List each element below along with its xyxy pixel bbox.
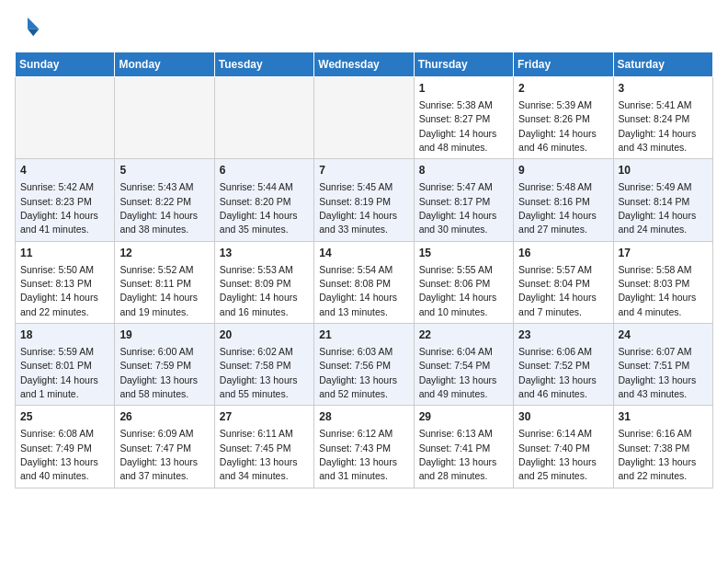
calendar-cell: 5 Sunrise: 5:43 AMSunset: 8:22 PMDayligh… [115, 159, 214, 241]
calendar-header-row: SundayMondayTuesdayWednesdayThursdayFrid… [16, 52, 713, 77]
calendar-cell: 6 Sunrise: 5:44 AMSunset: 8:20 PMDayligh… [214, 159, 313, 241]
day-info: Sunrise: 5:47 AMSunset: 8:17 PMDaylight:… [419, 181, 497, 235]
day-info: Sunrise: 6:11 AMSunset: 7:45 PMDaylight:… [220, 428, 298, 481]
day-number: 16 [518, 246, 608, 261]
calendar-header-sunday: Sunday [16, 52, 115, 77]
day-number: 20 [220, 327, 309, 343]
calendar-cell: 10 Sunrise: 5:49 AMSunset: 8:14 PMDaylig… [613, 159, 712, 241]
day-number: 28 [319, 409, 408, 425]
calendar-cell: 30 Sunrise: 6:14 AMSunset: 7:40 PMDaylig… [514, 406, 613, 488]
calendar-header-tuesday: Tuesday [214, 52, 313, 77]
calendar-cell: 17 Sunrise: 5:58 AMSunset: 8:03 PMDaylig… [613, 241, 712, 323]
calendar-cell: 16 Sunrise: 5:57 AMSunset: 8:04 PMDaylig… [514, 241, 613, 323]
calendar-header-wednesday: Wednesday [314, 52, 414, 77]
day-number: 18 [20, 327, 109, 343]
calendar-cell [115, 77, 214, 159]
day-number: 15 [419, 246, 508, 261]
day-info: Sunrise: 6:14 AMSunset: 7:40 PMDaylight:… [518, 428, 597, 481]
calendar-cell: 28 Sunrise: 6:12 AMSunset: 7:43 PMDaylig… [314, 406, 414, 488]
day-info: Sunrise: 6:03 AMSunset: 7:56 PMDaylight:… [319, 346, 397, 399]
calendar-cell: 29 Sunrise: 6:13 AMSunset: 7:41 PMDaylig… [414, 406, 513, 488]
day-number: 23 [518, 327, 608, 343]
day-number: 12 [119, 246, 209, 261]
calendar-week-5: 25 Sunrise: 6:08 AMSunset: 7:49 PMDaylig… [16, 406, 713, 488]
day-number: 21 [319, 327, 408, 343]
calendar-cell: 19 Sunrise: 6:00 AMSunset: 7:59 PMDaylig… [115, 324, 214, 406]
day-number: 9 [518, 163, 608, 178]
calendar-header-monday: Monday [115, 52, 214, 77]
day-info: Sunrise: 6:07 AMSunset: 7:51 PMDaylight:… [619, 346, 697, 399]
day-info: Sunrise: 5:55 AMSunset: 8:06 PMDaylight:… [419, 264, 497, 317]
day-number: 13 [220, 246, 309, 261]
calendar-cell [314, 77, 414, 159]
calendar-cell: 2 Sunrise: 5:39 AMSunset: 8:26 PMDayligh… [514, 77, 613, 159]
day-info: Sunrise: 6:13 AMSunset: 7:41 PMDaylight:… [419, 428, 497, 481]
day-info: Sunrise: 5:52 AMSunset: 8:11 PMDaylight:… [119, 264, 198, 317]
calendar-cell: 11 Sunrise: 5:50 AMSunset: 8:13 PMDaylig… [16, 241, 115, 323]
day-info: Sunrise: 6:02 AMSunset: 7:58 PMDaylight:… [220, 346, 298, 399]
logo [15, 15, 44, 40]
day-number: 17 [619, 246, 708, 261]
calendar-week-4: 18 Sunrise: 5:59 AMSunset: 8:01 PMDaylig… [16, 324, 713, 406]
day-number: 4 [20, 163, 109, 178]
calendar-cell: 3 Sunrise: 5:41 AMSunset: 8:24 PMDayligh… [613, 77, 712, 159]
calendar-header-saturday: Saturday [613, 52, 712, 77]
calendar-cell: 15 Sunrise: 5:55 AMSunset: 8:06 PMDaylig… [414, 241, 513, 323]
calendar-cell: 14 Sunrise: 5:54 AMSunset: 8:08 PMDaylig… [314, 241, 414, 323]
day-number: 14 [319, 246, 408, 261]
calendar-cell: 31 Sunrise: 6:16 AMSunset: 7:38 PMDaylig… [613, 406, 712, 488]
calendar-cell: 24 Sunrise: 6:07 AMSunset: 7:51 PMDaylig… [613, 324, 712, 406]
day-info: Sunrise: 5:43 AMSunset: 8:22 PMDaylight:… [119, 181, 198, 235]
day-info: Sunrise: 5:45 AMSunset: 8:19 PMDaylight:… [319, 181, 397, 235]
calendar-cell: 1 Sunrise: 5:38 AMSunset: 8:27 PMDayligh… [414, 77, 513, 159]
day-number: 7 [319, 163, 408, 178]
calendar-cell: 12 Sunrise: 5:52 AMSunset: 8:11 PMDaylig… [115, 241, 214, 323]
day-info: Sunrise: 6:16 AMSunset: 7:38 PMDaylight:… [619, 428, 697, 481]
day-number: 3 [619, 81, 708, 97]
day-info: Sunrise: 6:04 AMSunset: 7:54 PMDaylight:… [419, 346, 497, 399]
calendar-cell: 4 Sunrise: 5:42 AMSunset: 8:23 PMDayligh… [16, 159, 115, 241]
day-info: Sunrise: 5:58 AMSunset: 8:03 PMDaylight:… [619, 264, 697, 317]
logo-icon [15, 15, 40, 40]
calendar-cell: 21 Sunrise: 6:03 AMSunset: 7:56 PMDaylig… [314, 324, 414, 406]
calendar-cell: 13 Sunrise: 5:53 AMSunset: 8:09 PMDaylig… [214, 241, 313, 323]
day-number: 24 [619, 327, 708, 343]
svg-marker-1 [28, 29, 39, 37]
calendar-header-friday: Friday [514, 52, 613, 77]
day-info: Sunrise: 5:57 AMSunset: 8:04 PMDaylight:… [518, 264, 597, 317]
calendar-cell: 18 Sunrise: 5:59 AMSunset: 8:01 PMDaylig… [16, 324, 115, 406]
day-info: Sunrise: 5:53 AMSunset: 8:09 PMDaylight:… [220, 264, 298, 317]
day-number: 1 [419, 81, 508, 97]
calendar-week-1: 1 Sunrise: 5:38 AMSunset: 8:27 PMDayligh… [16, 77, 713, 159]
calendar-table: SundayMondayTuesdayWednesdayThursdayFrid… [15, 52, 713, 488]
day-number: 26 [119, 409, 209, 425]
day-number: 10 [619, 163, 708, 178]
day-number: 6 [220, 163, 309, 178]
day-info: Sunrise: 5:48 AMSunset: 8:16 PMDaylight:… [518, 181, 597, 235]
day-number: 22 [419, 327, 508, 343]
calendar-cell: 8 Sunrise: 5:47 AMSunset: 8:17 PMDayligh… [414, 159, 513, 241]
day-info: Sunrise: 6:09 AMSunset: 7:47 PMDaylight:… [119, 428, 198, 481]
day-info: Sunrise: 5:54 AMSunset: 8:08 PMDaylight:… [319, 264, 397, 317]
day-info: Sunrise: 5:59 AMSunset: 8:01 PMDaylight:… [20, 346, 98, 399]
day-number: 25 [20, 409, 109, 425]
day-number: 8 [419, 163, 508, 178]
calendar-cell: 25 Sunrise: 6:08 AMSunset: 7:49 PMDaylig… [16, 406, 115, 488]
calendar-cell: 7 Sunrise: 5:45 AMSunset: 8:19 PMDayligh… [314, 159, 414, 241]
day-number: 30 [518, 409, 608, 425]
calendar-cell [214, 77, 313, 159]
calendar-week-2: 4 Sunrise: 5:42 AMSunset: 8:23 PMDayligh… [16, 159, 713, 241]
day-number: 31 [619, 409, 708, 425]
calendar-cell: 23 Sunrise: 6:06 AMSunset: 7:52 PMDaylig… [514, 324, 613, 406]
day-info: Sunrise: 5:49 AMSunset: 8:14 PMDaylight:… [619, 181, 697, 235]
calendar-cell: 22 Sunrise: 6:04 AMSunset: 7:54 PMDaylig… [414, 324, 513, 406]
day-number: 11 [20, 246, 109, 261]
day-info: Sunrise: 5:42 AMSunset: 8:23 PMDaylight:… [20, 181, 98, 235]
day-number: 19 [119, 327, 209, 343]
day-info: Sunrise: 6:06 AMSunset: 7:52 PMDaylight:… [518, 346, 597, 399]
day-info: Sunrise: 5:44 AMSunset: 8:20 PMDaylight:… [220, 181, 298, 235]
day-number: 29 [419, 409, 508, 425]
day-info: Sunrise: 6:00 AMSunset: 7:59 PMDaylight:… [119, 346, 198, 399]
calendar-cell: 27 Sunrise: 6:11 AMSunset: 7:45 PMDaylig… [214, 406, 313, 488]
header [15, 15, 713, 40]
